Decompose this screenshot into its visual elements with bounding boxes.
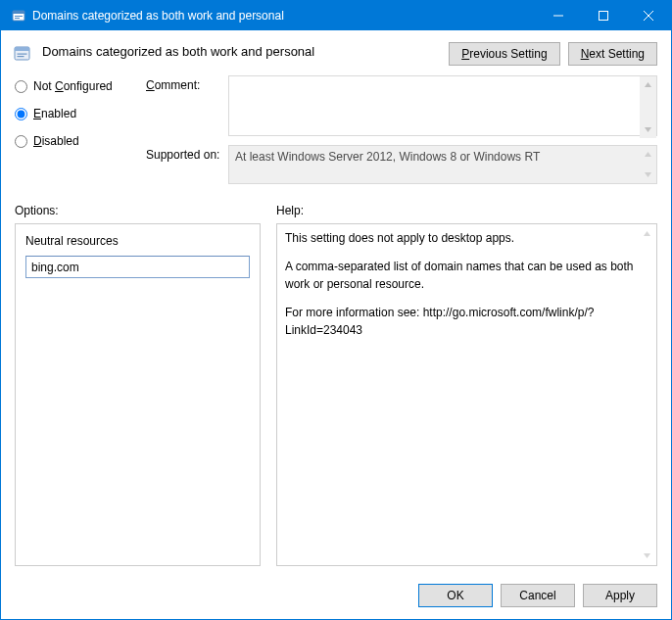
help-section-label: Help: xyxy=(276,204,657,217)
radio-not-configured-input[interactable] xyxy=(15,80,27,93)
ok-button[interactable]: OK xyxy=(418,584,493,607)
previous-setting-button[interactable]: Previous Setting xyxy=(449,42,559,66)
options-box: Neutral resources xyxy=(15,223,261,566)
close-button[interactable] xyxy=(626,1,671,30)
radio-enabled-label: Enabled xyxy=(33,107,76,120)
comment-textarea[interactable] xyxy=(228,75,657,136)
scroll-up-icon[interactable] xyxy=(639,225,655,242)
options-section-label: Options: xyxy=(15,204,261,217)
neutral-resources-input[interactable] xyxy=(25,256,250,278)
svg-rect-7 xyxy=(15,47,29,51)
scroll-down-icon[interactable] xyxy=(640,121,656,138)
scroll-up-icon xyxy=(640,146,656,163)
options-panel: Options: Neutral resources xyxy=(15,204,261,566)
maximize-button[interactable] xyxy=(581,1,626,30)
radio-disabled-label: Disabled xyxy=(33,134,79,148)
radio-enabled[interactable]: Enabled xyxy=(15,107,142,120)
svg-rect-8 xyxy=(18,54,27,55)
window-controls xyxy=(536,1,671,30)
svg-rect-1 xyxy=(13,11,24,14)
config-grid: Not Configured Enabled Disabled Comment: xyxy=(1,70,671,194)
supported-scrollbar xyxy=(640,146,656,183)
help-text-line: For more information see: http://go.micr… xyxy=(285,305,635,339)
supported-on-value: At least Windows Server 2012, Windows 8 … xyxy=(228,145,657,184)
help-panel: Help: This setting does not apply to des… xyxy=(276,204,657,566)
app-icon xyxy=(11,8,26,24)
help-text-line: This setting does not apply to desktop a… xyxy=(285,230,635,247)
comment-label: Comment: xyxy=(146,75,224,92)
neutral-resources-label: Neutral resources xyxy=(25,234,250,248)
setting-icon xyxy=(13,44,32,64)
scroll-up-icon[interactable] xyxy=(640,76,656,93)
help-scrollbar[interactable] xyxy=(639,225,655,564)
setting-title: Domains categorized as both work and per… xyxy=(42,42,439,59)
window-title: Domains categorized as both work and per… xyxy=(32,1,536,30)
help-text-line: A comma-separated list of domain names t… xyxy=(285,259,635,293)
radio-enabled-input[interactable] xyxy=(15,108,27,120)
policy-editor-window: Domains categorized as both work and per… xyxy=(0,0,672,620)
scroll-down-icon[interactable] xyxy=(639,548,655,564)
supported-on-field-wrap: At least Windows Server 2012, Windows 8 … xyxy=(228,145,657,184)
radio-not-configured[interactable]: Not Configured xyxy=(15,79,142,93)
comment-field-wrap xyxy=(228,75,657,139)
scroll-down-icon xyxy=(640,167,656,183)
header-row: Domains categorized as both work and per… xyxy=(1,30,671,70)
nav-buttons: Previous Setting Next Setting xyxy=(449,42,657,66)
help-box: This setting does not apply to desktop a… xyxy=(276,223,657,566)
radio-not-configured-label: Not Configured xyxy=(33,79,113,93)
svg-rect-5 xyxy=(600,12,608,21)
titlebar: Domains categorized as both work and per… xyxy=(1,1,671,30)
svg-rect-4 xyxy=(553,16,563,17)
svg-rect-9 xyxy=(18,56,24,57)
content-area: Domains categorized as both work and per… xyxy=(1,30,671,619)
minimize-button[interactable] xyxy=(536,1,581,30)
radio-disabled[interactable]: Disabled xyxy=(15,134,142,148)
lower-panels: Options: Neutral resources Help: This se… xyxy=(1,194,671,572)
radio-disabled-input[interactable] xyxy=(15,135,27,148)
state-radio-group: Not Configured Enabled Disabled xyxy=(15,75,142,148)
apply-button[interactable]: Apply xyxy=(583,584,657,607)
comment-scrollbar[interactable] xyxy=(640,76,656,138)
svg-rect-3 xyxy=(15,18,20,19)
dialog-footer: OK Cancel Apply xyxy=(1,572,671,619)
supported-on-label: Supported on: xyxy=(146,145,224,162)
svg-rect-2 xyxy=(15,16,23,17)
cancel-button[interactable]: Cancel xyxy=(501,584,575,607)
next-setting-button[interactable]: Next Setting xyxy=(568,42,657,66)
